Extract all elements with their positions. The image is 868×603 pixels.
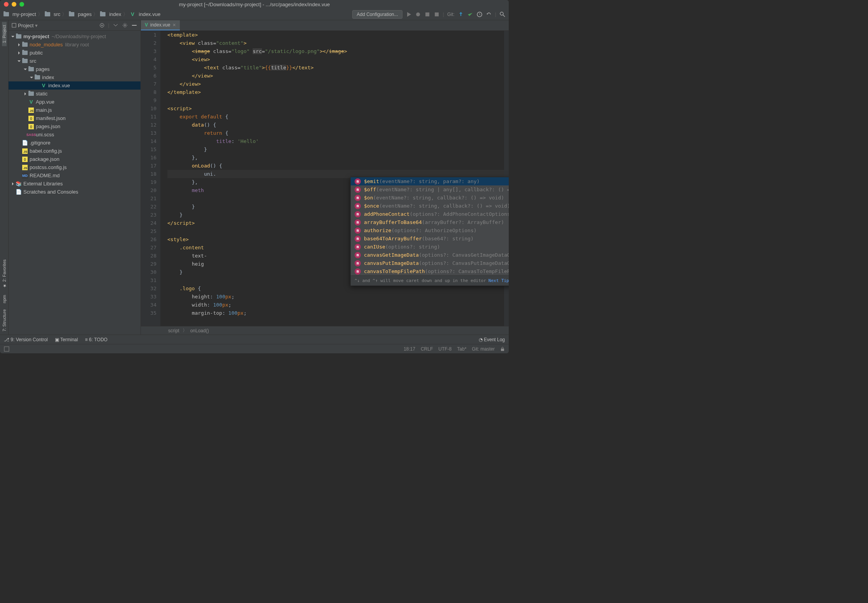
tree-item[interactable]: VApp.vue [9,98,141,106]
autocomplete-item[interactable]: mbase64ToArrayBuffer(base64?: string)Arr… [351,235,509,243]
chevron-down-icon [17,59,21,63]
breadcrumb-item[interactable]: src [44,11,60,18]
bottom-toolbar: ⎇ 9: Version Control ▣ Terminal ≡ 6: TOD… [0,335,509,344]
stop-icon[interactable] [434,11,440,18]
breadcrumb-item[interactable]: pages [69,11,91,18]
npm-tool-button[interactable]: npm [2,292,7,306]
git-history-icon[interactable] [476,11,483,18]
tree-item[interactable]: index [9,73,141,81]
next-tip-link[interactable]: Next Tip [488,277,509,285]
tree-item[interactable]: MDREADME.md [9,171,141,180]
json-icon: {} [28,124,34,129]
coverage-icon[interactable] [424,11,430,18]
autocomplete-item[interactable]: m$once(eventName?: string, callback?: ()… [351,202,509,210]
method-badge-icon: m [355,219,361,226]
expand-icon[interactable] [112,22,119,28]
tree-item[interactable]: JSmain.js [9,106,141,114]
structure-tool-button[interactable]: 7: Structure [2,306,7,335]
git-revert-icon[interactable] [486,11,492,18]
tree-root[interactable]: my-project ~/Downloads/my-project [9,32,141,41]
tree-item[interactable]: JSpostcss.config.js [9,163,141,171]
external-libraries[interactable]: 📚 External Libraries [9,180,141,188]
autocomplete-item[interactable]: mcanvasToTempFilePath(options?: CanvasTo… [351,267,509,275]
project-icon [12,23,16,28]
chevron-down-icon [30,76,33,79]
autocomplete-item[interactable]: m$off(eventName?: string | any[], callba… [351,185,509,194]
breadcrumb-item[interactable]: V index.vue [130,11,161,18]
autocomplete-item[interactable]: mcanIUse(options?: string)boolean [351,243,509,251]
tree-item[interactable]: {}pages.json [9,122,141,130]
git-update-icon[interactable] [458,11,464,18]
breadcrumb-node[interactable]: script [168,328,179,333]
autocomplete-item[interactable]: mcanvasPutImageData(options?: CanvasPutI… [351,259,509,267]
method-badge-icon: m [355,195,361,201]
tree-item[interactable]: Vindex.vue [9,81,141,90]
event-log-button[interactable]: ◔ Event Log [479,337,505,342]
file-icon: 📄 [22,140,28,146]
autocomplete-item[interactable]: marrayBufferToBase64(arrayBuffer?: Array… [351,218,509,226]
folder-icon [4,12,9,16]
breadcrumb-node[interactable]: onLoad() [190,328,209,333]
close-tab-icon[interactable]: × [172,22,176,28]
minimize-window-button[interactable] [12,2,16,7]
vue-icon: V [40,83,47,89]
todo-tool-button[interactable]: ≡ 6: TODO [85,337,107,342]
tree-item[interactable]: 📄.gitignore [9,139,141,147]
scratches[interactable]: 📄 Scratches and Consoles [9,188,141,196]
chevron-right-icon [17,51,21,55]
tree-item[interactable]: {}manifest.json [9,114,141,122]
breadcrumb-item[interactable]: my-project [3,11,36,18]
status-bar-icon[interactable] [4,346,9,352]
tree-item[interactable]: node_moduleslibrary root [9,41,141,49]
terminal-tool-button[interactable]: ▣ Terminal [55,337,78,342]
lock-icon[interactable] [500,347,505,351]
method-badge-icon: m [355,211,361,217]
method-badge-icon: m [355,252,361,258]
tree-item[interactable]: public [9,49,141,57]
markdown-icon: MD [22,173,28,179]
debug-icon[interactable] [415,11,421,18]
editor-tab[interactable]: V index.vue × [141,20,180,30]
git-commit-icon[interactable] [467,11,473,18]
tree-item[interactable]: static [9,90,141,98]
autocomplete-item[interactable]: m$on(eventName?: string, callback?: () =… [351,194,509,202]
project-tree[interactable]: my-project ~/Downloads/my-project node_m… [9,31,141,335]
status-git[interactable]: Git: master [472,346,495,352]
svg-rect-10 [4,347,9,351]
run-icon[interactable] [406,11,412,18]
method-badge-icon: m [355,227,361,234]
close-window-button[interactable] [4,2,9,7]
project-tool-button[interactable]: 1: Project [2,22,7,46]
autocomplete-item[interactable]: mcanvasGetImageData(options?: CanvasGetI… [351,251,509,259]
gear-icon[interactable] [122,22,128,28]
editor-area: V index.vue × 12345678910111213141516171… [141,20,509,335]
hide-icon[interactable] [131,22,137,28]
autocomplete-popup[interactable]: m$emit(eventName?: string, param?: any)v… [350,177,509,286]
tree-item[interactable]: SASSuni.scss [9,130,141,139]
js-icon: JS [28,108,34,113]
tree-item[interactable]: {}package.json [9,155,141,163]
autocomplete-item[interactable]: mauthorize(options?: AuthorizeOptions)vo… [351,226,509,235]
json-icon: {} [22,157,28,162]
add-configuration-button[interactable]: Add Configuration... [352,10,402,19]
editor-body[interactable]: 1234567891011121314151617181920212223242… [141,31,509,326]
maximize-window-button[interactable] [19,2,24,7]
breadcrumb-item[interactable]: index [100,11,121,18]
status-indent[interactable]: Tab* [457,346,466,352]
status-encoding[interactable]: UTF-8 [438,346,452,352]
folder-icon [69,12,74,16]
version-control-tool-button[interactable]: ⎇ 9: Version Control [4,337,48,342]
folder-icon [28,67,34,71]
tree-item[interactable]: src [9,57,141,65]
favorites-tool-button[interactable]: ★ 2: Favorites [2,256,7,291]
sidebar-title[interactable]: Project ▾ [12,23,97,28]
autocomplete-item[interactable]: maddPhoneContact(options?: AddPhoneConta… [351,210,509,218]
status-line-ending[interactable]: CRLF [421,346,433,352]
search-icon[interactable] [499,11,506,18]
chevron-right-icon [17,43,21,47]
status-bar: 18:17 CRLF UTF-8 Tab* Git: master [0,344,509,353]
tree-item[interactable]: JSbabel.config.js [9,147,141,155]
tree-item[interactable]: pages [9,65,141,73]
locate-icon[interactable] [99,22,105,28]
autocomplete-item[interactable]: m$emit(eventName?: string, param?: any)v… [351,177,509,185]
